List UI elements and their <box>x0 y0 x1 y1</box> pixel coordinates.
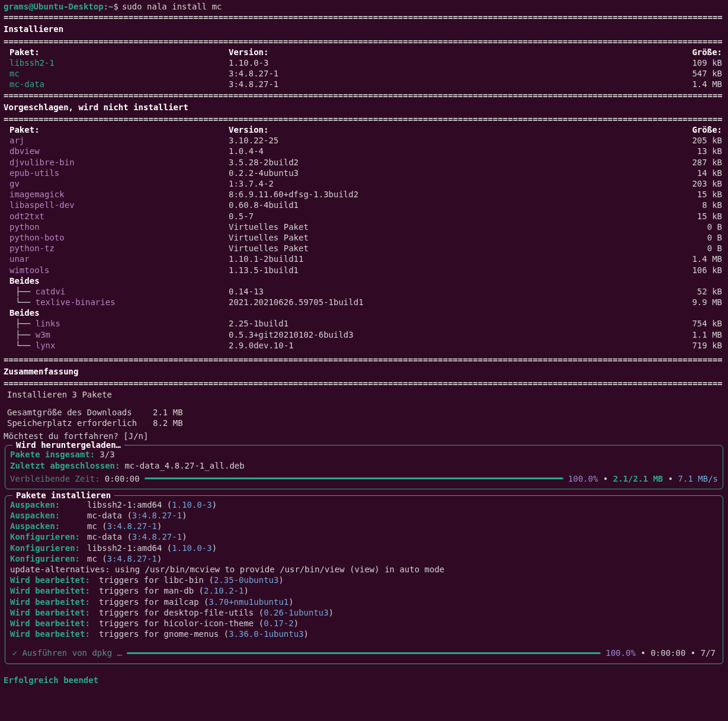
rule: ========================================… <box>4 90 724 101</box>
pkg-size: 0 B <box>669 232 724 243</box>
download-last-value: mc-data_4.8.27-1_all.deb <box>124 460 244 471</box>
summary-total-label: Gesamtgröße des Downloads <box>7 407 153 418</box>
pkg-size: 8 kB <box>669 200 724 210</box>
pkg-size: 547 kB <box>669 68 724 79</box>
table-row: imagemagick8:6.9.11.60+dfsg-1.3build215 … <box>4 189 724 200</box>
download-progress-bar <box>145 478 563 479</box>
table-row: odt2txt0.5-715 kB <box>4 211 724 222</box>
pkg-version: 2.9.0dev.10-1 <box>229 340 669 351</box>
group2-label: Beides <box>4 307 724 318</box>
trigger-label: Wird bearbeitet: <box>10 607 99 618</box>
rule: ========================================… <box>4 36 724 47</box>
section-install-title: Installieren <box>4 23 724 36</box>
download-total-value: 3/3 <box>100 449 114 460</box>
pkg-size: 15 kB <box>669 211 724 222</box>
pkg-size: 203 kB <box>669 178 724 189</box>
prompt-host: Ubuntu-Desktop <box>34 1 104 12</box>
pkg-name: texlive-binaries <box>36 297 116 307</box>
group1-label: Beides <box>4 275 724 286</box>
done-message: Erfolgreich beendet <box>4 670 724 687</box>
install-op-row: Auspacken:libssh2-1:amd64 (1.10.0-3) <box>10 499 718 510</box>
pkg-size: 15 kB <box>669 189 724 200</box>
pkg-version: 1.13.5-1build1 <box>229 265 669 275</box>
pkg-version: 3:4.8.27-1 <box>229 79 669 89</box>
install-header: Paket: Version: Größe: <box>4 47 724 57</box>
download-panel-title: Wird heruntergeladen… <box>12 440 124 450</box>
summary-disk-label: Speicherplatz erforderlich <box>7 418 153 428</box>
pkg-size: 109 kB <box>669 57 724 68</box>
trigger-row: Wird bearbeitet:triggers for hicolor-ico… <box>10 618 718 629</box>
pkg-name: libaspell-dev <box>4 200 229 210</box>
pkg-size: 0 B <box>669 243 724 254</box>
prompt-path: ~ <box>108 1 113 12</box>
summary-install-count: Installieren 3 Pakete <box>4 389 724 400</box>
pkg-name: catdvi <box>36 287 66 296</box>
sep: • <box>603 474 608 483</box>
pkg-name: epub-utils <box>4 168 229 178</box>
op-pkg: mc (3:4.8.27-1) <box>87 553 162 564</box>
pkg-name: python-boto <box>4 232 229 243</box>
download-amount: 2.1/2.1 MB <box>613 474 663 483</box>
table-row: mc3:4.8.27-1547 kB <box>4 68 724 79</box>
pkg-size: 287 kB <box>669 157 724 168</box>
sep: • <box>668 474 673 483</box>
op-pkg: mc (3:4.8.27-1) <box>87 521 162 531</box>
tree-row: ├── links2.25-1build1754 kB <box>4 318 724 329</box>
section-summary-title: Zusammenfassung <box>4 365 724 378</box>
tree-branch-icon: ├── <box>9 319 36 328</box>
install-panel-title: Pakete installieren <box>12 490 114 501</box>
sep: • <box>691 648 695 658</box>
op-ver: 3:4.8.27-1 <box>132 511 182 520</box>
trigger-text: triggers for man-db (2.10.2-1) <box>99 586 249 595</box>
rule: ========================================… <box>4 378 724 389</box>
sep: • <box>641 648 646 658</box>
tree-row: ├── catdvi0.14-1352 kB <box>4 286 724 297</box>
pkg-size: 52 kB <box>669 286 724 297</box>
trigger-row: Wird bearbeitet:triggers for desktop-fil… <box>10 607 718 618</box>
update-alternatives-line: update-alternatives: using /usr/bin/mcvi… <box>10 564 718 575</box>
op-ver: 1.10.0-3 <box>172 500 211 509</box>
tree-row: └── lynx2.9.0dev.10-1719 kB <box>4 340 724 351</box>
op-pkg: mc-data (3:4.8.27-1) <box>87 510 187 521</box>
hdr-size: Größe: <box>669 124 724 135</box>
pkg-version: 3.5.28-2build2 <box>229 157 669 168</box>
trigger-label: Wird bearbeitet: <box>10 585 99 596</box>
pkg-version: 8:6.9.11.60+dfsg-1.3build2 <box>229 189 669 200</box>
summary-disk-value: 8.2 MB <box>153 418 183 428</box>
pkg-version: 1.0.4-4 <box>229 146 669 156</box>
trigger-label: Wird bearbeitet: <box>10 618 99 629</box>
trigger-ver: 0.26-1ubuntu3 <box>264 608 329 617</box>
rule: ========================================… <box>4 114 724 124</box>
table-row: libssh2-11.10.0-3109 kB <box>4 57 724 68</box>
op-label: Auspacken: <box>10 521 87 531</box>
pkg-version: 0.5-7 <box>229 211 669 222</box>
op-label: Konfigurieren: <box>10 543 87 553</box>
suggested-header: Paket: Version: Größe: <box>4 124 724 135</box>
pkg-version: 3.10.22-25 <box>229 135 669 146</box>
op-ver: 3:4.8.27-1 <box>107 554 157 563</box>
pkg-version: Virtuelles Paket <box>229 243 669 254</box>
install-op-row: Konfigurieren:mc (3:4.8.27-1) <box>10 553 718 564</box>
pkg-name: lynx <box>36 341 56 350</box>
pkg-name: wimtools <box>4 265 229 275</box>
pkg-size: 14 kB <box>669 168 724 178</box>
download-time-value: 0:00:00 <box>105 473 140 484</box>
trigger-text: triggers for hicolor-icon-theme (0.17-2) <box>99 619 299 628</box>
trigger-label: Wird bearbeitet: <box>10 575 99 585</box>
summary-disk: Speicherplatz erforderlich 8.2 MB <box>4 418 724 428</box>
terminal[interactable]: grams@Ubuntu-Desktop:~$ sudo nala instal… <box>0 0 728 693</box>
table-row: djvulibre-bin3.5.28-2build2287 kB <box>4 157 724 168</box>
pkg-version: 2021.20210626.59705-1build1 <box>229 297 669 307</box>
pkg-size: 106 kB <box>669 265 724 275</box>
pkg-version: 0.60.8-4build1 <box>229 200 669 210</box>
download-panel: Wird heruntergeladen… Pakete insgesamt: … <box>5 445 723 489</box>
pkg-version: 0.5.3+git20210102-6build3 <box>229 329 669 340</box>
pkg-version: 3:4.8.27-1 <box>229 68 669 79</box>
pkg-size: 1.4 MB <box>669 79 724 89</box>
rule: ========================================… <box>4 12 724 23</box>
pkg-version: 1:3.7.4-2 <box>229 178 669 189</box>
command-text: sudo nala install mc <box>122 1 222 12</box>
table-row: arj3.10.22-25205 kB <box>4 135 724 146</box>
tree-branch-icon: ├── <box>9 330 36 339</box>
pkg-size: 719 kB <box>669 340 724 351</box>
